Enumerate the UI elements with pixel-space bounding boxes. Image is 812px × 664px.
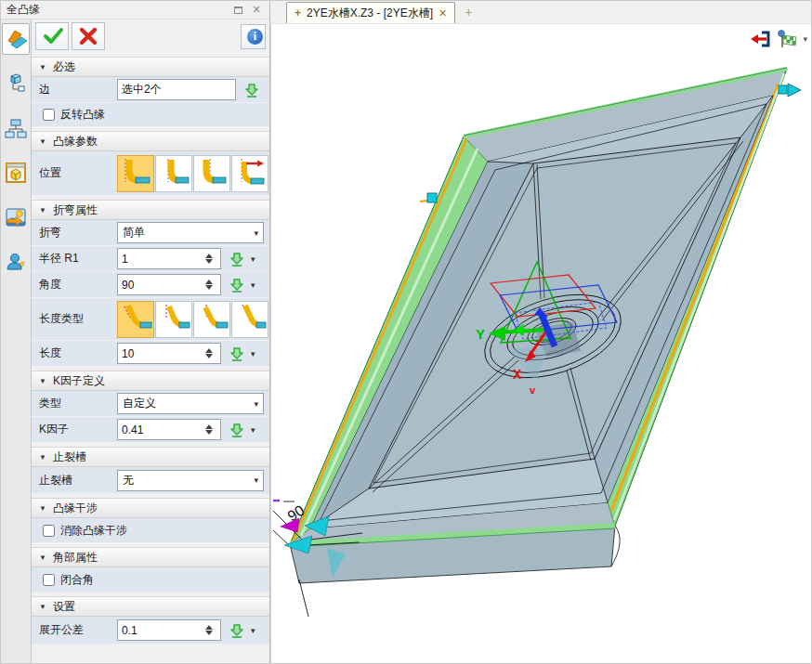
caret-down-icon[interactable]: ▾ (251, 280, 255, 290)
3d-viewport[interactable]: ▾ (270, 24, 812, 664)
kfactor-apply-button[interactable] (227, 421, 247, 439)
restore-icon (234, 7, 242, 14)
section-header-required[interactable]: ▼ 必选 (32, 57, 269, 77)
cube-tree-icon (5, 72, 27, 95)
info-button[interactable]: i (241, 24, 266, 49)
closed-corner-row: 闭合角 (32, 567, 269, 592)
panel-close-button[interactable]: ✕ (249, 4, 264, 17)
top-right-handle[interactable] (779, 84, 801, 97)
caret-down-icon[interactable]: ▾ (251, 425, 255, 435)
section-header-corner[interactable]: ▼ 角部属性 (32, 547, 269, 567)
relief-dropdown[interactable]: 无 ▾ (117, 470, 264, 491)
spin-up-icon[interactable] (205, 254, 213, 258)
bend-dropdown[interactable]: 简单 ▾ (117, 222, 264, 243)
green-apply-arrow-icon (229, 251, 245, 267)
axis-y-label: Y (476, 326, 485, 342)
spin-up-icon[interactable] (205, 280, 213, 284)
render-mode-icon[interactable] (776, 30, 798, 48)
sidebar-item-user[interactable] (2, 246, 30, 278)
spin-down-icon[interactable] (205, 285, 213, 290)
left-edge-handle[interactable] (420, 193, 437, 202)
edge-input[interactable] (117, 79, 236, 100)
closed-corner-checkbox[interactable] (43, 574, 55, 586)
length-type-option-1-button[interactable] (117, 301, 154, 338)
position-option-4-button[interactable] (231, 155, 268, 192)
viewport-toolbar: ▾ (749, 30, 807, 48)
section-header-interference[interactable]: ▼ 凸缘干涉 (32, 498, 269, 518)
cancel-button[interactable] (72, 22, 105, 50)
green-apply-arrow-icon (229, 422, 245, 438)
spin-down-icon[interactable] (205, 259, 213, 264)
flange-dialog-panel: 全凸缘 ✕ (1, 1, 270, 664)
kfactor-label: K因子 (39, 422, 117, 437)
panel-restore-button[interactable] (230, 4, 245, 17)
spin-down-icon[interactable] (205, 631, 213, 635)
edge-label: 边 (39, 82, 117, 98)
kfactor-input[interactable] (118, 420, 202, 439)
ktype-label: 类型 (39, 396, 117, 411)
length-type-option-4-button[interactable] (231, 301, 268, 338)
caret-down-icon[interactable]: ▾ (803, 34, 807, 44)
collapse-icon: ▼ (39, 453, 46, 462)
section-header-flange-params[interactable]: ▼ 凸缘参数 (32, 131, 269, 151)
ktype-row: 类型 自定义 ▾ (32, 391, 269, 417)
tolerance-input[interactable] (118, 620, 202, 640)
exit-view-icon[interactable] (749, 30, 771, 48)
spin-down-icon[interactable] (205, 430, 213, 435)
sidebar-item-hierarchy[interactable] (2, 112, 30, 144)
document-tab-bar: + 2YE水槽X.Z3 - [2YE水槽] ✕ + (270, 1, 812, 24)
ktype-value: 自定义 (123, 396, 156, 411)
ktype-dropdown[interactable]: 自定义 ▾ (117, 393, 264, 414)
angle-label: 角度 (39, 277, 117, 293)
length-type-4-icon (232, 302, 268, 337)
angle-input[interactable] (118, 275, 202, 294)
sidebar-item-image[interactable] (2, 202, 30, 233)
tab-close-button[interactable]: ✕ (439, 7, 447, 20)
panel-title: 全凸缘 (7, 2, 227, 18)
length-type-label: 长度类型 (39, 311, 117, 327)
edge-apply-button[interactable] (242, 81, 262, 99)
position-option-2-button[interactable] (155, 155, 192, 192)
collapse-icon: ▼ (39, 603, 46, 611)
new-tab-button[interactable]: + (465, 5, 472, 20)
ok-button[interactable] (35, 22, 69, 50)
bend-row: 折弯 简单 ▾ (32, 220, 269, 246)
section-title: 角部属性 (53, 550, 98, 566)
section-header-bend-attrs[interactable]: ▼ 折弯属性 (32, 200, 269, 220)
caret-down-icon[interactable]: ▾ (251, 254, 255, 264)
angle-apply-button[interactable] (227, 276, 247, 294)
length-apply-button[interactable] (227, 345, 247, 363)
remove-interference-checkbox[interactable] (43, 525, 55, 537)
section-header-settings[interactable]: ▼ 设置 (32, 596, 269, 617)
section-title: 折弯属性 (53, 202, 98, 218)
spin-down-icon[interactable] (205, 354, 213, 358)
sidebar-item-flange-tool[interactable] (2, 23, 30, 55)
flange-tool-icon (4, 27, 28, 51)
tolerance-apply-button[interactable] (227, 621, 247, 640)
position-option-3-button[interactable] (193, 155, 230, 192)
radius-apply-button[interactable] (227, 250, 247, 268)
length-type-2-icon (156, 302, 191, 337)
flip-flange-checkbox[interactable] (43, 109, 55, 121)
spin-up-icon[interactable] (205, 625, 213, 630)
section-title: 设置 (53, 599, 75, 615)
document-tab[interactable]: + 2YE水槽X.Z3 - [2YE水槽] ✕ (286, 2, 455, 23)
section-header-relief[interactable]: ▼ 止裂槽 (32, 447, 269, 467)
x-icon (78, 26, 98, 46)
tolerance-label: 展开公差 (39, 622, 117, 638)
caret-down-icon[interactable]: ▾ (251, 626, 255, 635)
side-icon-strip (1, 20, 32, 664)
document-tab-title: 2YE水槽X.Z3 - [2YE水槽] (307, 6, 433, 21)
flip-flange-row: 反转凸缘 (32, 103, 269, 127)
spin-up-icon[interactable] (205, 424, 213, 429)
sidebar-item-view-window[interactable] (2, 157, 30, 189)
radius-input[interactable] (118, 249, 202, 268)
spin-up-icon[interactable] (205, 348, 213, 353)
length-input[interactable] (118, 344, 202, 363)
sidebar-item-manager[interactable] (2, 68, 30, 99)
length-type-option-3-button[interactable] (193, 301, 230, 338)
length-type-option-2-button[interactable] (155, 301, 192, 338)
section-header-kfactor[interactable]: ▼ K因子定义 (32, 371, 269, 391)
caret-down-icon[interactable]: ▾ (251, 349, 255, 358)
position-option-1-button[interactable] (117, 155, 154, 192)
